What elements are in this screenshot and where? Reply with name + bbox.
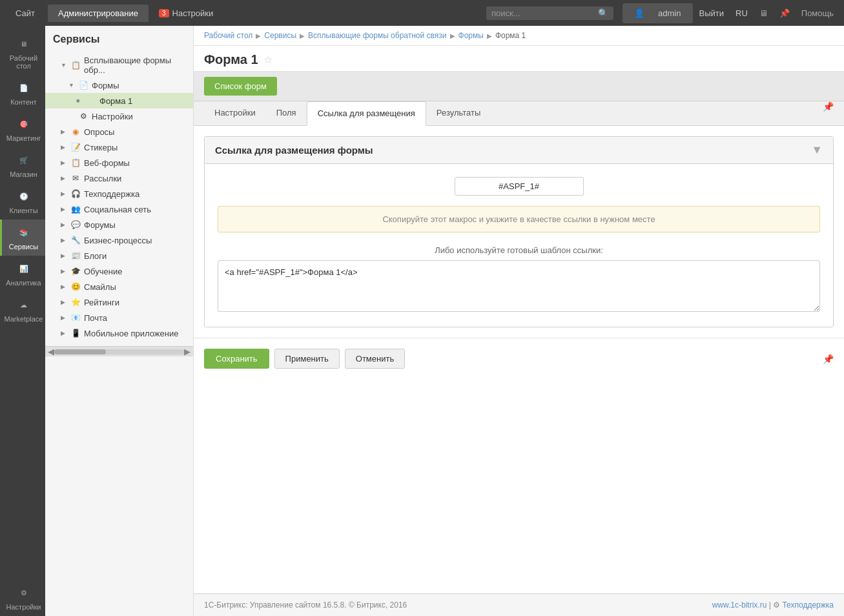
content-main: Ссылка для размещения формы ▼ Скопируйте… [194,126,844,593]
tree-item-form1[interactable]: ■ Форма 1 [45,93,193,108]
apply-button[interactable]: Применить [274,349,340,369]
arrow-blogs: ▶ [61,252,67,259]
icon-sidebar: 🖥 Рабочий стол 📄 Контент 🎯 Маркетинг 🛒 М… [0,26,45,616]
bottom-actions: Сохранить Применить Отменить 📌 [194,338,844,379]
marketing-icon: 🎯 [16,116,32,132]
ratings-icon: ⭐ [70,297,81,307]
tab-fields[interactable]: Поля [266,101,307,126]
page-header: Форма 1 ☆ [194,46,844,72]
tree-item-social[interactable]: ▶ 👥 Социальная сеть [45,201,193,217]
tabs-spacer [491,101,823,125]
macro-input[interactable] [455,177,584,196]
tree-item-mobile[interactable]: ▶ 📱 Мобильное приложение [45,325,193,341]
save-button[interactable]: Сохранить [204,349,269,369]
sidebar-item-content[interactable]: 📄 Контент [0,75,45,111]
breadcrumb-popup-forms[interactable]: Всплывающие формы обратной связи [308,31,446,40]
arrow-forums: ▶ [61,221,67,228]
footer: 1С-Битрикс: Управление сайтом 16.5.8. © … [194,593,844,616]
hint-text: Скопируйте этот макрос и укажите в качес… [382,214,655,224]
tree-item-form-settings[interactable]: ⚙ Настройки [45,108,193,124]
tree-item-webforms[interactable]: ▶ 📋 Веб-формы [45,155,193,170]
footer-website-link[interactable]: www.1c-bitrix.ru [712,601,767,610]
blogs-icon: 📰 [70,251,81,261]
notifications-btn[interactable]: 3 Настройки [151,5,221,21]
arrow-surveys: ▶ [61,128,67,135]
webforms-icon: 📋 [70,158,81,168]
tree-item-forms[interactable]: ▼ 📄 Формы [45,77,193,93]
tree-item-forums[interactable]: ▶ 💬 Форумы [45,217,193,232]
sidebar-item-shop[interactable]: 🛒 Магазин [0,147,45,183]
sidebar-item-desktop[interactable]: 🖥 Рабочий стол [0,31,45,75]
tree-item-surveys[interactable]: ▶ ◉ Опросы [45,124,193,139]
sidebar-item-analytics[interactable]: 📊 Аналитика [0,256,45,292]
tree-item-biz-processes[interactable]: ▶ 🔧 Бизнес-процессы [45,232,193,248]
arrow-ratings: ▶ [61,299,67,305]
tab-link[interactable]: Ссылка для размещения [307,101,426,126]
sidebar-item-services[interactable]: 📚 Сервисы [0,220,45,256]
scroll-left-arrow[interactable]: ◀ [48,347,54,356]
scrollbar-track [54,349,184,354]
sidebar-scrollbar-area: ◀ ▶ [45,346,193,356]
tree-item-smiles[interactable]: ▶ 😊 Смайлы [45,279,193,294]
tree-sidebar-title: Сервисы [45,34,193,53]
search-input[interactable] [491,8,595,18]
settings-icon: ⚙ [16,585,32,601]
tree-item-blogs[interactable]: ▶ 📰 Блоги [45,248,193,263]
sidebar-scrollbar[interactable]: ◀ ▶ [45,346,193,356]
scroll-right-arrow[interactable]: ▶ [184,347,190,356]
arrow-webforms: ▶ [61,159,67,166]
breadcrumb-services[interactable]: Сервисы [264,31,296,40]
tree-item-support[interactable]: ▶ 🎧 Техподдержка [45,186,193,201]
footer-links: www.1c-bitrix.ru | ⚙ Техподдержка [712,601,834,610]
tree-item-learning[interactable]: ▶ 🎓 Обучение [45,263,193,279]
form1-icon [86,96,96,106]
arrow-icon-0: ▼ [61,62,67,68]
lang-btn[interactable]: RU [730,6,753,21]
cancel-button[interactable]: Отменить [345,349,405,369]
tree-item-mail[interactable]: ▶ 📧 Почта [45,310,193,325]
arrow-learning: ▶ [61,268,67,274]
shop-icon: 🛒 [16,152,32,168]
help-btn[interactable]: Помощь [796,6,839,21]
content-icon: 📄 [16,80,32,96]
section-body: Скопируйте этот макрос и укажите в качес… [205,164,833,327]
monitor-icon[interactable]: 🖥 [754,6,773,21]
sidebar-item-clients[interactable]: 🕐 Клиенты [0,183,45,220]
list-forms-button[interactable]: Список форм [204,77,277,96]
sidebar-item-marketplace[interactable]: ☁ Marketplace [0,292,45,328]
tree-item-ratings[interactable]: ▶ ⭐ Рейтинги [45,294,193,310]
tab-results[interactable]: Результаты [426,101,491,126]
tab-settings[interactable]: Настройки [204,101,266,126]
tree-item-popup-forms[interactable]: ▼ 📋 Всплывающие формы обр... [45,53,193,77]
sidebar-item-settings[interactable]: ⚙ Настройки [0,580,45,616]
logout-btn[interactable]: Выйти [694,6,730,21]
mobile-icon: 📱 [70,328,81,338]
pin-icon-top[interactable]: 📌 [774,6,795,21]
template-textarea[interactable] [218,260,820,312]
section-card: Ссылка для размещения формы ▼ Скопируйте… [204,136,834,327]
breadcrumb-sep-4: ▶ [487,32,492,39]
pin-icon-actions[interactable]: 📌 [823,354,834,364]
breadcrumb-desktop[interactable]: Рабочий стол [204,31,252,40]
breadcrumb-forms[interactable]: Формы [458,31,484,40]
favorite-star-icon[interactable]: ☆ [263,54,273,66]
top-bar: Сайт Администрирование 3 Настройки 🔍 👤 a… [0,0,844,26]
footer-copyright: 1С-Битрикс: Управление сайтом 16.5.8. © … [204,601,407,610]
main-layout: 🖥 Рабочий стол 📄 Контент 🎯 Маркетинг 🛒 М… [0,26,844,616]
smiles-icon: 😊 [70,282,81,292]
section-collapse-icon[interactable]: ▼ [811,143,823,157]
pin-icon-tabs[interactable]: 📌 [823,101,834,125]
sidebar-item-marketing[interactable]: 🎯 Маркетинг [0,111,45,147]
settings-label: Настройки [172,8,214,18]
tab-site[interactable]: Сайт [5,5,45,22]
search-icon[interactable]: 🔍 [598,8,608,18]
popup-forms-icon: 📋 [70,60,81,70]
arrow-biz: ▶ [61,237,67,243]
tab-admin[interactable]: Администрирование [48,5,149,22]
scrollbar-thumb[interactable] [54,349,106,354]
tree-item-stickers[interactable]: ▶ 📝 Стикеры [45,139,193,155]
user-menu[interactable]: 👤 admin [623,3,692,23]
footer-support-link[interactable]: Техподдержка [782,601,834,610]
tree-item-mailings[interactable]: ▶ ✉ Рассылки [45,170,193,186]
tree-sidebar: Сервисы ▼ 📋 Всплывающие формы обр... ▼ 📄… [45,26,194,616]
